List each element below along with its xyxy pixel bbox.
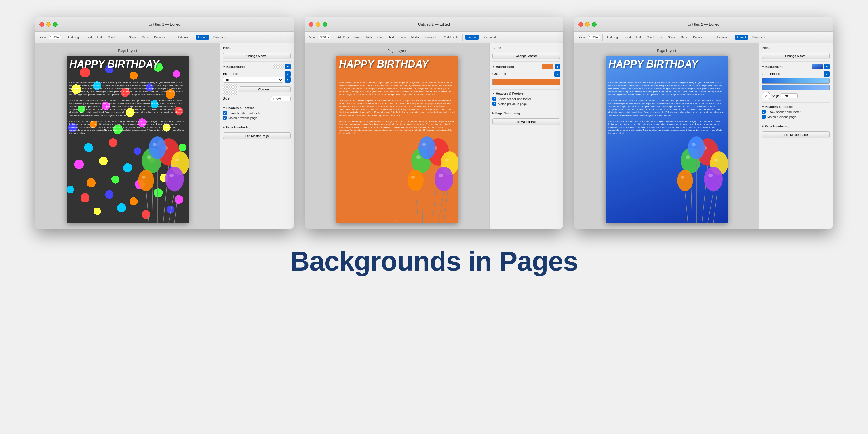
add-page-btn-1[interactable]: Add Page [66,35,82,39]
view-btn-2[interactable]: View [308,35,317,39]
background-header-2[interactable]: Background ▾ [492,64,560,69]
match-previous-check-2[interactable]: ✓ [492,102,496,105]
chart-btn-3[interactable]: Chart [645,35,655,39]
edit-master-btn-3[interactable]: Edit Master Page [762,131,830,138]
view-btn-1[interactable]: View [38,35,48,39]
text-btn-1[interactable]: Text [118,35,126,39]
zoom-control-1[interactable]: 106% ▾ [49,35,61,39]
maximize-button-2[interactable] [322,22,327,27]
shape-btn-2[interactable]: Shape [397,35,408,39]
background-header-1[interactable]: Background ▾ [223,64,291,69]
insert-btn-2[interactable]: Insert [353,35,363,39]
text-btn-3[interactable]: Text [657,35,664,39]
shape-btn-3[interactable]: Shape [666,35,678,39]
show-header-check-2[interactable]: ✓ [492,97,496,101]
gradient-fill-select-3[interactable]: ▾ [824,71,830,77]
bg-btn-3[interactable]: ▾ [824,64,830,69]
comment-btn-2[interactable]: Comment [422,35,437,39]
collaborate-btn-2[interactable]: Collaborate [442,35,460,39]
show-header-cb-3[interactable]: ✓ Show header and footer [762,110,830,114]
svg-point-43 [714,159,718,161]
minimize-button-3[interactable] [585,22,590,27]
svg-point-30 [435,167,453,191]
media-btn-3[interactable]: Media [679,35,690,39]
document-btn-3[interactable]: Document [750,35,768,40]
page-layout-label-1: Page Layout [118,49,137,53]
add-page-btn-2[interactable]: Add Page [336,35,351,39]
match-previous-cb-1[interactable]: ✓ Match previous page [223,116,291,120]
sep-6 [462,34,463,41]
bg-swatch-3 [811,64,823,69]
background-header-3[interactable]: Background ▾ [762,64,830,69]
page-3: HAPPY BIRTHDAY Lorem ipsum dolor sit ame… [606,56,727,223]
show-header-cb-2[interactable]: ✓ Show header and footer [492,97,560,101]
svg-line-32 [438,191,444,223]
comment-btn-3[interactable]: Comment [691,35,707,39]
window-body-2: Page Layout HAPPY BIRTHDAY Lorem ipsum d… [305,43,563,229]
document-btn-2[interactable]: Document [480,35,498,40]
color-fill-select-2[interactable]: ▾ [554,71,560,77]
format-btn-1[interactable]: Format [196,35,209,40]
zoom-control-2[interactable]: 106% ▾ [318,35,331,39]
media-btn-2[interactable]: Media [410,35,421,39]
bg-btn-2[interactable]: ▾ [555,64,560,69]
chart-btn-1[interactable]: Chart [106,35,116,39]
match-previous-cb-2[interactable]: ✓ Match previous page [492,102,560,105]
add-page-btn-3[interactable]: Add Page [605,35,621,39]
scale-input-1[interactable] [271,96,291,101]
change-master-btn-3[interactable]: Change Master [762,53,830,59]
close-button-3[interactable] [578,22,583,27]
maximize-button-1[interactable] [53,22,58,27]
view-btn-3[interactable]: View [577,35,586,39]
insert-btn-3[interactable]: Insert [622,35,632,39]
show-header-check-1[interactable]: ✓ [223,111,227,115]
hf-header-1[interactable]: Headers & Footers [223,106,291,110]
collaborate-btn-1[interactable]: Collaborate [173,35,190,39]
minimize-button-1[interactable] [46,22,51,27]
document-btn-1[interactable]: Document [211,35,229,40]
comment-btn-1[interactable]: Comment [153,35,168,39]
media-btn-1[interactable]: Media [141,35,151,39]
match-previous-check-1[interactable]: ✓ [223,116,227,120]
traffic-lights-1 [39,22,58,27]
match-previous-cb-3[interactable]: ✓ Match previous page [762,115,830,119]
page-num-header-3[interactable]: Page Numbering [762,125,830,128]
close-button-1[interactable] [39,22,44,27]
match-previous-check-3[interactable]: ✓ [762,115,766,119]
text-btn-2[interactable]: Text [387,35,395,39]
sep-7 [602,34,603,41]
tile-select-1[interactable]: Tile [223,77,283,83]
show-header-cb-1[interactable]: ✓ Show header and footer [223,111,291,115]
page-num-header-1[interactable]: Page Numbering [223,126,291,129]
table-btn-3[interactable]: Table [634,35,644,39]
angle-input-3[interactable] [781,93,798,98]
minimize-button-2[interactable] [316,22,320,27]
format-btn-2[interactable]: Format [465,35,479,40]
edit-master-btn-2[interactable]: Edit Master Page [492,118,560,125]
hf-header-3[interactable]: Headers & Footers [762,105,830,108]
window-1: Untitled 2 — Edited View 106% ▾ Add Page… [35,17,293,229]
tile-btn-1[interactable]: ▾ [285,77,291,83]
change-master-btn-2[interactable]: Change Master [492,53,560,59]
change-master-btn-1[interactable]: Change Master [223,53,291,59]
page-num-header-2[interactable]: Page Numbering [492,112,560,115]
image-fill-select-1[interactable]: ▾ [285,71,291,77]
insert-btn-1[interactable]: Insert [83,35,93,39]
table-btn-1[interactable]: Table [95,35,105,39]
page-numbering-section-1: Page Numbering [223,122,291,129]
shape-btn-1[interactable]: Shape [128,35,139,39]
table-btn-2[interactable]: Table [365,35,374,39]
zoom-control-3[interactable]: 106% ▾ [588,35,600,39]
choose-btn-1[interactable]: Choose... [239,86,291,92]
window-title-3: Untitled 2 — Edited [688,22,719,26]
format-btn-3[interactable]: Format [735,35,748,40]
collaborate-btn-3[interactable]: Collaborate [712,35,729,39]
bg-btn-1[interactable]: ▾ [285,64,291,69]
hf-header-2[interactable]: Headers & Footers [492,92,560,95]
chart-btn-2[interactable]: Chart [376,35,385,39]
show-header-check-3[interactable]: ✓ [762,110,766,114]
edit-master-btn-1[interactable]: Edit Master Page [223,132,291,139]
maximize-button-3[interactable] [592,22,596,27]
svg-point-12 [165,167,184,191]
close-button-2[interactable] [309,22,313,27]
